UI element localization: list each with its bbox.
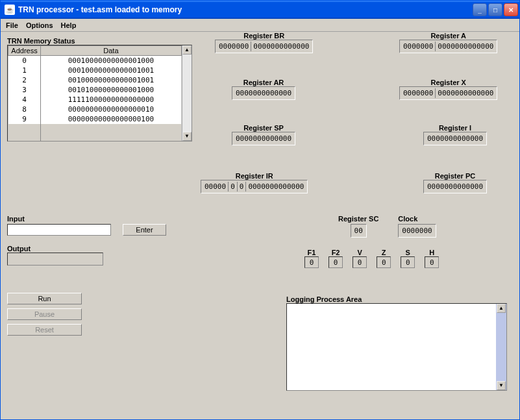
reg-pc-label: Register PC — [416, 172, 494, 180]
flag-z-label: Z — [377, 249, 391, 256]
reg-i-label: Register I — [416, 124, 494, 132]
log-label: Logging Process Area — [286, 295, 507, 303]
minimize-button[interactable]: _ — [473, 3, 487, 16]
enter-button[interactable]: Enter — [123, 224, 166, 236]
table-row[interactable]: 800000000000000000010 — [8, 105, 182, 114]
titlebar[interactable]: ☕ TRN processor - test.asm loaded to mem… — [1, 1, 519, 19]
table-row[interactable]: 000010000000000001000 — [8, 56, 182, 66]
reg-sp-value: 0000000000000 — [232, 132, 295, 145]
table-row[interactable]: 900000000000000000100 — [8, 114, 182, 124]
flag-h-value: 0 — [425, 256, 439, 268]
output-label: Output — [7, 245, 166, 253]
reg-ar-label: Register AR — [215, 79, 312, 86]
reg-x-value: 0000000 0000000000000 — [399, 86, 497, 100]
flag-s-label: S — [401, 249, 415, 256]
reg-sc-value: 00 — [351, 224, 367, 238]
java-icon: ☕ — [5, 5, 15, 15]
flag-s-value: 0 — [401, 256, 415, 268]
table-row[interactable]: 411111000000000000000 — [8, 95, 182, 105]
scroll-down-icon[interactable]: ▼ — [497, 381, 506, 390]
reg-sc-label: Register SC — [338, 215, 378, 223]
run-button[interactable]: Run — [7, 293, 82, 304]
flag-z-value: 0 — [377, 256, 391, 268]
memory-col-address[interactable]: Address — [8, 46, 41, 56]
flag-h-label: H — [425, 249, 439, 256]
table-row[interactable]: 300101000000000001000 — [8, 85, 182, 95]
reg-a-value: 0000000 0000000000000 — [399, 40, 497, 53]
reg-i-value: 0000000000000 — [423, 132, 487, 145]
input-label: Input — [7, 215, 166, 223]
reset-button[interactable]: Reset — [7, 324, 82, 336]
flag-v-label: V — [353, 249, 367, 256]
flag-f2-value: 0 — [328, 256, 343, 268]
table-row[interactable]: 100010000000000001001 — [8, 66, 182, 75]
memory-scrollbar[interactable]: ▲ ▼ — [182, 45, 192, 141]
log-area[interactable]: ▲ ▼ — [286, 303, 507, 391]
maximize-button[interactable]: □ — [488, 3, 502, 16]
app-window: ☕ TRN processor - test.asm loaded to mem… — [0, 0, 520, 420]
log-scrollbar[interactable]: ▲ ▼ — [496, 304, 506, 390]
content-area: TRN Memory Status Address Data 000010000… — [1, 32, 519, 419]
menubar: File Options Help — [1, 19, 519, 32]
reg-ir-label: Register IR — [201, 172, 308, 180]
scroll-up-icon[interactable]: ▲ — [182, 45, 192, 55]
memory-col-data[interactable]: Data — [41, 46, 182, 56]
flag-v-value: 0 — [353, 256, 367, 268]
reg-sp-label: Register SP — [215, 124, 312, 132]
flag-f1-value: 0 — [304, 256, 319, 268]
reg-br-value: 0000000 0000000000000 — [215, 40, 313, 53]
reg-ir-value: 00000 0 0 0000000000000 — [201, 180, 308, 193]
close-button[interactable]: ✕ — [504, 3, 518, 16]
flag-f2-label: F2 — [328, 249, 343, 256]
menu-file[interactable]: File — [6, 21, 18, 29]
reg-pc-value: 0000000000000 — [423, 180, 487, 193]
memory-title: TRN Memory Status — [7, 37, 192, 45]
table-row[interactable]: 200100000000000001001 — [8, 75, 182, 85]
flag-f1-label: F1 — [304, 249, 319, 256]
input-field[interactable] — [7, 224, 111, 236]
reg-br-label: Register BR — [215, 32, 313, 40]
pause-button[interactable]: Pause — [7, 308, 82, 320]
window-title: TRN processor - test.asm loaded to memor… — [18, 5, 473, 14]
memory-table: Address Data 000010000000000001000100010… — [7, 45, 192, 142]
scroll-down-icon[interactable]: ▼ — [182, 132, 192, 141]
flags-area: F10 F20 V0 Z0 S0 H0 — [304, 249, 447, 268]
menu-help[interactable]: Help — [61, 21, 77, 29]
scroll-up-icon[interactable]: ▲ — [497, 304, 506, 313]
output-field — [7, 253, 103, 266]
clock-label: Clock — [398, 215, 436, 223]
menu-options[interactable]: Options — [26, 21, 53, 29]
reg-ar-value: 0000000000000 — [232, 86, 295, 100]
reg-x-label: Register X — [399, 79, 497, 86]
clock-value: 0000000 — [398, 224, 436, 238]
reg-a-label: Register A — [399, 32, 497, 40]
